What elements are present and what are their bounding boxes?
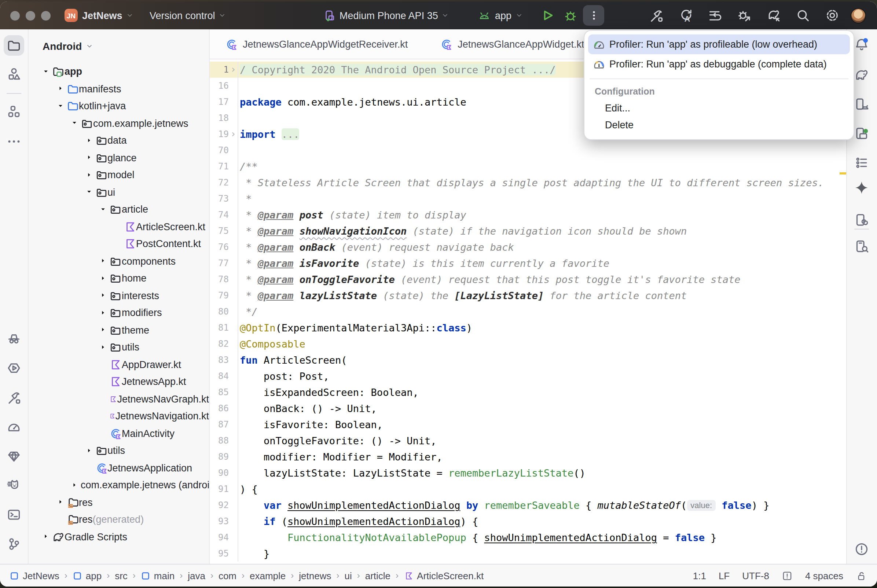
chevron-right-icon[interactable] (56, 85, 66, 93)
tree-item-kotlin-java[interactable]: kotlin+java (28, 98, 209, 115)
editor-tab-2[interactable]: JetnewsGlanceAppWidget.kt (440, 38, 584, 50)
sidebar-item-logcat[interactable] (7, 478, 21, 493)
breadcrumb-item-main[interactable]: main (141, 570, 174, 581)
code-line-78[interactable]: 78 * @param onToggleFavorite (event) req… (210, 271, 839, 287)
code-line-70[interactable]: 70 (210, 142, 839, 158)
tree-item-jetnewsapp-kt[interactable]: JetnewsApp.kt (28, 373, 209, 390)
sidebar-item-version-control[interactable] (7, 537, 21, 551)
code-line-82[interactable]: 82@Composable (210, 336, 839, 352)
gradle-sync-button[interactable] (766, 8, 781, 23)
popup-action-edit[interactable]: Edit... (588, 100, 850, 117)
tree-item-appdrawer-kt[interactable]: AppDrawer.kt (28, 356, 209, 373)
sidebar-item-structure-list[interactable] (854, 155, 869, 170)
tree-item-home[interactable]: home (28, 270, 209, 287)
project-view-selector[interactable]: Android (28, 29, 209, 63)
tree-item-com-example-jetnews-androidtest-[interactable]: com.example.jetnews (androidTest) (28, 477, 209, 494)
chevron-right-icon[interactable] (70, 481, 81, 490)
chevron-right-icon[interactable] (85, 136, 95, 145)
sidebar-item-build[interactable] (7, 390, 21, 405)
popup-item-profileable[interactable]: Profiler: Run 'app' as profileable (low … (588, 34, 850, 54)
tree-item-utils[interactable]: utils (28, 339, 209, 356)
tree-item-components[interactable]: components (28, 253, 209, 270)
tree-item-manifests[interactable]: manifests (28, 80, 209, 98)
sidebar-item-layout-inspector[interactable] (854, 239, 869, 254)
sidebar-item-terminal[interactable] (7, 507, 21, 522)
chevron-right-icon[interactable] (56, 498, 66, 507)
code-line-90[interactable]: 90 lazyListState: LazyListState = rememb… (210, 465, 839, 481)
breadcrumb-item-jetnews[interactable]: JetNews (9, 570, 59, 581)
sidebar-item-problems[interactable] (854, 542, 869, 556)
code-line-79[interactable]: 79 * @param lazyListState (state) the [L… (210, 287, 839, 303)
code-line-73[interactable]: 73 * (210, 190, 839, 207)
tree-item-jetnewsnavigation-kt[interactable]: JetnewsNavigation.kt (28, 408, 209, 425)
tree-item-model[interactable]: model (28, 166, 209, 184)
tree-item-app[interactable]: app (28, 63, 209, 80)
breadcrumb-item-ui[interactable]: ui (344, 570, 352, 581)
encoding-selector[interactable]: UTF-8 (742, 570, 769, 581)
chevron-right-icon[interactable] (99, 274, 109, 283)
fold-arrow-icon[interactable]: › (229, 62, 238, 78)
code-line-71[interactable]: 71/** (210, 158, 839, 174)
tree-item-theme[interactable]: theme (28, 321, 209, 339)
breadcrumb-item-example[interactable]: example (250, 570, 286, 581)
code-line-93[interactable]: 93 if (showUnimplementedActionDialog) { (210, 513, 839, 530)
tree-item-glance[interactable]: glance (28, 149, 209, 166)
code-line-91[interactable]: 91) { (210, 481, 839, 497)
code-line-76[interactable]: 76 * @param onBack (event) request navig… (210, 239, 839, 255)
sidebar-item-notifications[interactable] (854, 38, 869, 52)
code-line-81[interactable]: 81@OptIn(ExperimentalMaterial3Api::class… (210, 320, 839, 336)
chevron-down-icon[interactable] (99, 205, 109, 214)
breadcrumb-item-article[interactable]: article (365, 570, 390, 581)
attach-debugger-button[interactable] (737, 8, 752, 23)
device-selector[interactable]: Medium Phone API 35 (323, 2, 449, 29)
sidebar-item-profiler[interactable] (7, 419, 21, 434)
more-run-actions-button[interactable] (583, 5, 604, 26)
tree-item-ui[interactable]: ui (28, 184, 209, 201)
close-window-button[interactable] (10, 10, 20, 20)
chevron-right-icon[interactable] (85, 154, 95, 162)
tree-item-postcontent-kt[interactable]: PostContent.kt (28, 236, 209, 253)
build-button[interactable] (649, 8, 664, 23)
code-line-80[interactable]: 80 */ (210, 303, 839, 320)
run-button[interactable] (540, 8, 554, 23)
code-line-92[interactable]: 92 var showUnimplementedActionDialog by … (210, 497, 839, 513)
debug-button[interactable] (563, 8, 578, 23)
tree-item-mainactivity[interactable]: MainActivity (28, 425, 209, 442)
sidebar-item-more-tool-windows[interactable] (7, 134, 21, 149)
restart-activity-button[interactable] (708, 8, 722, 23)
sidebar-item-gemini[interactable] (854, 180, 869, 195)
tree-item-utils[interactable]: utils (28, 442, 209, 459)
chevron-right-icon[interactable] (42, 532, 52, 542)
fold-arrow-icon[interactable]: › (229, 126, 238, 142)
code-line-74[interactable]: 74 * @param post (state) item to display (210, 207, 839, 223)
chevron-right-icon[interactable] (85, 447, 95, 455)
breadcrumb-item-src[interactable]: src (115, 570, 127, 581)
indent-selector[interactable]: 4 spaces (805, 570, 843, 581)
code-line-72[interactable]: 72 * Stateless Article Screen that displ… (210, 174, 839, 190)
chevron-down-icon[interactable] (42, 68, 52, 76)
sidebar-item-device-explorer[interactable] (854, 213, 869, 227)
tree-item-interests[interactable]: interests (28, 287, 209, 304)
sidebar-item-structure[interactable] (7, 104, 21, 119)
code-line-87[interactable]: 87 isFavorite: Boolean, (210, 417, 839, 433)
apply-changes-button[interactable]: A (678, 8, 693, 23)
popup-item-debuggable[interactable]: Profiler: Run 'app' as debuggable (compl… (588, 54, 850, 74)
lock-open-icon[interactable] (856, 570, 867, 581)
avatar[interactable] (851, 8, 866, 24)
popup-action-delete[interactable]: Delete (588, 117, 850, 134)
inspections-icon[interactable] (782, 570, 793, 581)
run-configuration-selector[interactable]: app (478, 2, 522, 29)
zoom-window-button[interactable] (41, 10, 51, 20)
chevron-down-icon[interactable] (85, 188, 95, 197)
search-button[interactable] (796, 8, 810, 23)
tree-item-gradle-scripts[interactable]: Gradle Scripts (28, 528, 209, 546)
breadcrumb-item-app[interactable]: app (73, 570, 102, 581)
tree-item-jetnewsnavgraph-kt[interactable]: JetnewsNavGraph.kt (28, 390, 209, 408)
code-line-77[interactable]: 77 * @param isFavorite (state) is this i… (210, 255, 839, 271)
chevron-down-icon[interactable] (56, 102, 66, 111)
tree-item-res[interactable]: res (28, 494, 209, 511)
code-line-88[interactable]: 88 onToggleFavorite: () -> Unit, (210, 433, 839, 449)
caret-position[interactable]: 1:1 (693, 570, 706, 581)
sidebar-item-app-inspection[interactable] (7, 449, 21, 464)
tree-item-data[interactable]: data (28, 132, 209, 149)
